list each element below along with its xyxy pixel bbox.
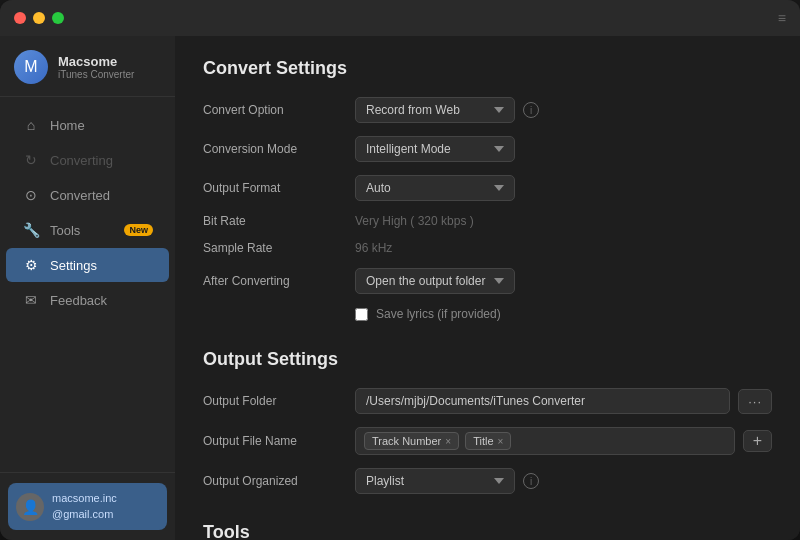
output-folder-row: Output Folder ··· — [203, 388, 772, 414]
settings-icon: ⚙ — [22, 257, 40, 273]
output-format-row: Output Format Auto MP3 AAC FLAC WAV — [203, 175, 772, 201]
tag-title-label: Title — [473, 435, 493, 447]
save-lyrics-checkbox-row: Save lyrics (if provided) — [355, 307, 501, 321]
convert-option-label: Convert Option — [203, 103, 343, 117]
app-name: Macsome — [58, 54, 134, 69]
user-account[interactable]: 👤 macsome.inc @gmail.com — [8, 483, 167, 530]
tag-track-number-label: Track Number — [372, 435, 441, 447]
output-file-name-row: Output File Name Track Number × Title × — [203, 427, 772, 455]
sidebar-item-tools[interactable]: 🔧 Tools New — [6, 213, 169, 247]
sidebar-item-feedback[interactable]: ✉ Feedback — [6, 283, 169, 317]
browse-folder-button[interactable]: ··· — [738, 389, 772, 414]
output-settings-grid: Output Folder ··· Output File Name Track… — [203, 388, 772, 494]
output-organized-select[interactable]: Playlist Album Artist — [355, 468, 515, 494]
convert-settings-grid: Convert Option Record from Web Download … — [203, 97, 772, 321]
output-file-name-label: Output File Name — [203, 434, 343, 448]
tools-badge: New — [124, 224, 153, 236]
sidebar-profile: M Macsome iTunes Converter — [0, 36, 175, 97]
app-subtitle: iTunes Converter — [58, 69, 134, 80]
sidebar-footer: 👤 macsome.inc @gmail.com — [0, 472, 175, 540]
app-title-group: Macsome iTunes Converter — [58, 54, 134, 80]
conversion-mode-label: Conversion Mode — [203, 142, 343, 156]
app-window: ≡ M Macsome iTunes Converter ⌂ Home ↻ — [0, 0, 800, 540]
user-email: macsome.inc @gmail.com — [52, 491, 117, 522]
sidebar-item-label: Converting — [50, 153, 113, 168]
sidebar: M Macsome iTunes Converter ⌂ Home ↻ Conv… — [0, 36, 175, 540]
tools-icon: 🔧 — [22, 222, 40, 238]
sample-rate-label: Sample Rate — [203, 241, 343, 255]
sidebar-item-home[interactable]: ⌂ Home — [6, 108, 169, 142]
conversion-mode-row: Conversion Mode Intelligent Mode Turbo M… — [203, 136, 772, 162]
sample-rate-row: Sample Rate 96 kHz — [203, 241, 772, 255]
bit-rate-value: Very High ( 320 kbps ) — [355, 214, 474, 228]
user-avatar-icon: 👤 — [16, 493, 44, 521]
output-folder-label: Output Folder — [203, 394, 343, 408]
tag-title: Title × — [465, 432, 511, 450]
titlebar: ≡ — [0, 0, 800, 36]
sidebar-item-converted[interactable]: ⊙ Converted — [6, 178, 169, 212]
add-file-name-tag-button[interactable]: + — [743, 430, 772, 452]
app-logo: M — [14, 50, 48, 84]
output-folder-control: ··· — [355, 388, 772, 414]
sidebar-item-settings[interactable]: ⚙ Settings — [6, 248, 169, 282]
sidebar-nav: ⌂ Home ↻ Converting ⊙ Converted 🔧 Tools — [0, 97, 175, 472]
feedback-icon: ✉ — [22, 292, 40, 308]
converted-icon: ⊙ — [22, 187, 40, 203]
sidebar-item-converting: ↻ Converting — [6, 143, 169, 177]
conversion-mode-control: Intelligent Mode Turbo Mode — [355, 136, 772, 162]
after-converting-control: Open the output folder Do Nothing — [355, 268, 772, 294]
tag-track-number: Track Number × — [364, 432, 459, 450]
convert-option-control: Record from Web Download i — [355, 97, 772, 123]
output-format-label: Output Format — [203, 181, 343, 195]
output-folder-input[interactable] — [355, 388, 730, 414]
main-container: M Macsome iTunes Converter ⌂ Home ↻ Conv… — [0, 36, 800, 540]
sidebar-item-label: Feedback — [50, 293, 107, 308]
after-converting-label: After Converting — [203, 274, 343, 288]
home-icon: ⌂ — [22, 117, 40, 133]
output-settings-title: Output Settings — [203, 349, 772, 370]
output-organized-control: Playlist Album Artist i — [355, 468, 772, 494]
maximize-button[interactable] — [52, 12, 64, 24]
after-converting-select[interactable]: Open the output folder Do Nothing — [355, 268, 515, 294]
output-format-control: Auto MP3 AAC FLAC WAV — [355, 175, 772, 201]
convert-option-select[interactable]: Record from Web Download — [355, 97, 515, 123]
tag-title-remove[interactable]: × — [498, 436, 504, 447]
sample-rate-control: 96 kHz — [355, 241, 772, 255]
minimize-button[interactable] — [33, 12, 45, 24]
file-name-tag-input[interactable]: Track Number × Title × — [355, 427, 735, 455]
bit-rate-control: Very High ( 320 kbps ) — [355, 214, 772, 228]
tag-track-number-remove[interactable]: × — [445, 436, 451, 447]
bit-rate-row: Bit Rate Very High ( 320 kbps ) — [203, 214, 772, 228]
convert-option-info-icon[interactable]: i — [523, 102, 539, 118]
output-organized-info-icon[interactable]: i — [523, 473, 539, 489]
output-format-select[interactable]: Auto MP3 AAC FLAC WAV — [355, 175, 515, 201]
output-organized-row: Output Organized Playlist Album Artist i — [203, 468, 772, 494]
conversion-mode-select[interactable]: Intelligent Mode Turbo Mode — [355, 136, 515, 162]
traffic-lights — [14, 12, 64, 24]
after-converting-row: After Converting Open the output folder … — [203, 268, 772, 294]
convert-settings-title: Convert Settings — [203, 58, 772, 79]
sidebar-item-label: Tools — [50, 223, 80, 238]
sample-rate-value: 96 kHz — [355, 241, 392, 255]
save-lyrics-checkbox[interactable] — [355, 308, 368, 321]
save-lyrics-label: Save lyrics (if provided) — [376, 307, 501, 321]
converting-icon: ↻ — [22, 152, 40, 168]
sidebar-item-label: Settings — [50, 258, 97, 273]
tools-section-title: Tools — [203, 522, 772, 540]
sidebar-item-label: Converted — [50, 188, 110, 203]
menu-icon[interactable]: ≡ — [778, 10, 786, 26]
output-file-name-control: Track Number × Title × + — [355, 427, 772, 455]
bit-rate-label: Bit Rate — [203, 214, 343, 228]
convert-option-row: Convert Option Record from Web Download … — [203, 97, 772, 123]
output-organized-label: Output Organized — [203, 474, 343, 488]
close-button[interactable] — [14, 12, 26, 24]
sidebar-item-label: Home — [50, 118, 85, 133]
main-content[interactable]: Convert Settings Convert Option Record f… — [175, 36, 800, 540]
save-lyrics-row: Save lyrics (if provided) — [203, 307, 772, 321]
